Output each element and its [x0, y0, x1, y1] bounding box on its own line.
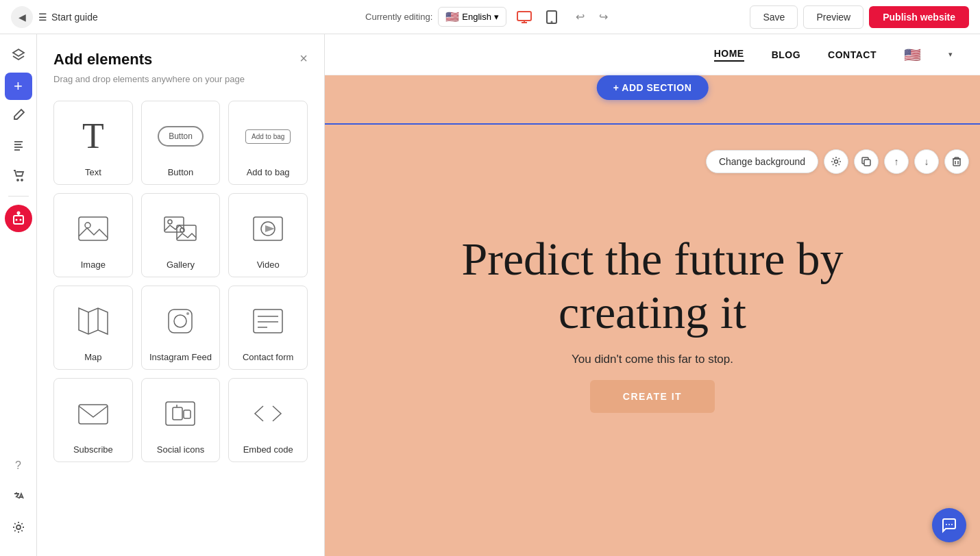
- svg-rect-33: [254, 309, 282, 333]
- rail-add-element-button[interactable]: +: [5, 73, 32, 100]
- chat-widget-button[interactable]: [932, 508, 966, 542]
- social-icons-label: Social icons: [157, 444, 204, 455]
- nav-flag-chevron[interactable]: ▾: [948, 50, 953, 59]
- section-duplicate-button[interactable]: [854, 149, 879, 174]
- section-divider-line: [325, 123, 980, 125]
- section-move-down-button[interactable]: ↓: [914, 149, 939, 174]
- desktop-view-button[interactable]: [512, 5, 537, 29]
- subscribe-label: Subscribe: [73, 444, 113, 455]
- publish-button[interactable]: Publish website: [869, 6, 969, 28]
- redo-button[interactable]: ↪: [593, 6, 615, 28]
- down-arrow-icon: ↓: [924, 156, 929, 167]
- topbar: ◀ ☰ Start guide Currently editing: 🇺🇸 En…: [0, 0, 980, 34]
- button-label: Button: [168, 167, 194, 177]
- svg-marker-27: [79, 308, 108, 334]
- element-card-text[interactable]: T Text: [53, 101, 133, 185]
- rail-translate-button[interactable]: [5, 485, 32, 512]
- svg-point-32: [186, 312, 189, 315]
- add-section-button[interactable]: + ADD SECTION: [597, 75, 709, 100]
- tablet-view-button[interactable]: [539, 5, 564, 29]
- start-guide-button[interactable]: ☰ Start guide: [38, 12, 98, 23]
- change-background-button[interactable]: Change background: [706, 150, 818, 173]
- gallery-label: Gallery: [167, 260, 195, 270]
- svg-marker-5: [13, 49, 24, 56]
- contact-form-label: Contact form: [243, 352, 293, 362]
- element-card-subscribe[interactable]: Subscribe: [53, 378, 133, 462]
- hamburger-icon: ☰: [38, 12, 47, 23]
- nav-home[interactable]: HOME: [714, 48, 744, 62]
- svg-point-46: [946, 524, 947, 525]
- element-card-button[interactable]: Button Button: [141, 101, 221, 185]
- rail-settings-button[interactable]: [5, 515, 32, 542]
- panel-close-button[interactable]: ×: [299, 51, 308, 66]
- element-card-add-to-bag[interactable]: Add to bag Add to bag: [228, 101, 308, 185]
- preview-button[interactable]: Preview: [803, 5, 863, 29]
- topbar-center: Currently editing: 🇺🇸 English ▾: [365, 5, 615, 29]
- nav-flag[interactable]: 🇺🇸: [904, 47, 921, 63]
- panel-title: Add elements: [53, 51, 152, 68]
- hero-cta-button[interactable]: CREATE IT: [590, 380, 715, 413]
- text-element-icon: T: [66, 112, 121, 160]
- icon-rail: +: [0, 34, 37, 556]
- add-to-bag-element-icon: Add to bag: [241, 112, 295, 160]
- topbar-left: ◀ ☰ Start guide: [11, 6, 354, 28]
- bot-icon: [11, 211, 26, 226]
- rail-shop-button[interactable]: [5, 163, 32, 190]
- element-card-embed-code[interactable]: Embed code: [228, 378, 308, 462]
- back-button[interactable]: ◀: [11, 6, 33, 28]
- element-card-video[interactable]: Video: [228, 193, 308, 277]
- button-element-icon: Button: [153, 112, 208, 160]
- language-selector[interactable]: 🇺🇸 English ▾: [438, 7, 506, 27]
- element-card-contact-form[interactable]: Contact form: [228, 286, 308, 370]
- gallery-element-icon: [153, 205, 208, 253]
- element-card-map[interactable]: Map: [53, 286, 133, 370]
- chevron-down-icon: ▾: [494, 12, 499, 22]
- shop-icon: [12, 168, 25, 186]
- add-element-icon: +: [14, 77, 23, 95]
- chat-icon: [941, 517, 957, 533]
- section-delete-button[interactable]: [944, 149, 969, 174]
- svg-point-10: [17, 179, 19, 181]
- canvas-area: HOME BLOG CONTACT 🇺🇸 ▾ + ADD SECTION Cha…: [325, 34, 980, 556]
- website-navbar: HOME BLOG CONTACT 🇺🇸 ▾: [325, 34, 980, 75]
- hero-headline: Predict the future by creating it: [413, 232, 892, 339]
- undo-button[interactable]: ↩: [569, 6, 591, 28]
- svg-point-14: [19, 219, 21, 221]
- section-toolbar: Change background ↑ ↓: [706, 149, 969, 174]
- save-button[interactable]: Save: [750, 5, 798, 29]
- nav-contact[interactable]: CONTACT: [828, 49, 877, 60]
- nav-blog[interactable]: BLOG: [772, 49, 800, 60]
- element-card-instagram[interactable]: Instagram Feed: [141, 286, 221, 370]
- svg-point-4: [551, 21, 552, 22]
- video-label: Video: [257, 260, 280, 270]
- rail-layers-button[interactable]: [5, 42, 32, 70]
- settings-icon: [12, 520, 25, 538]
- section-settings-button[interactable]: [824, 149, 848, 174]
- section-move-up-button[interactable]: ↑: [884, 149, 909, 174]
- rail-text-button[interactable]: [5, 133, 32, 160]
- undo-redo-controls: ↩ ↪: [569, 6, 615, 28]
- element-card-social-icons[interactable]: Social icons: [141, 378, 221, 462]
- rail-question-button[interactable]: ?: [5, 452, 32, 479]
- element-card-image[interactable]: Image: [53, 193, 133, 277]
- translate-icon: [12, 490, 25, 507]
- svg-point-42: [835, 160, 838, 164]
- embed-code-label: Embed code: [243, 444, 293, 455]
- svg-point-45: [948, 524, 950, 525]
- svg-rect-44: [953, 159, 960, 166]
- element-card-gallery[interactable]: Gallery: [141, 193, 221, 277]
- map-label: Map: [84, 352, 101, 362]
- svg-point-31: [174, 315, 186, 327]
- rail-bot-button[interactable]: [5, 205, 32, 232]
- panel-header: Add elements ×: [53, 51, 308, 68]
- up-arrow-icon: ↑: [894, 156, 899, 167]
- text-label: Text: [85, 167, 101, 177]
- video-element-icon: [241, 205, 295, 253]
- svg-rect-22: [177, 225, 196, 240]
- rail-pen-button[interactable]: [5, 103, 32, 130]
- hero-subtext: You didn't come this far to stop.: [572, 353, 733, 366]
- map-element-icon: [66, 297, 121, 345]
- start-guide-label: Start guide: [51, 12, 98, 23]
- copy-icon: [861, 156, 872, 167]
- tablet-icon: [546, 10, 557, 24]
